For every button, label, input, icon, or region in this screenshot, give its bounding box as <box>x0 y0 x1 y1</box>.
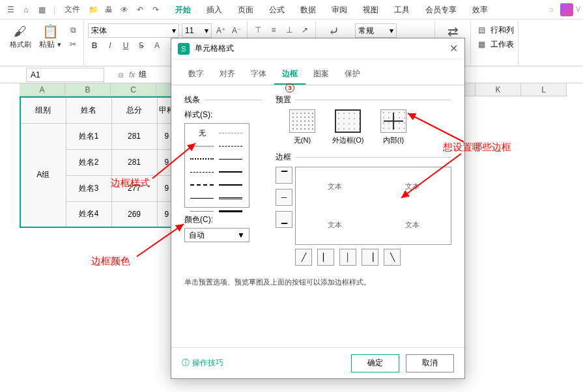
new-doc-icon[interactable]: ▦ <box>34 2 50 18</box>
cell: 姓名4 <box>66 201 111 227</box>
worksheet-icon[interactable]: ▦ <box>475 38 488 51</box>
dialog-title: 单元格格式 <box>195 43 234 54</box>
dialog-footer: ⓘ操作技巧 确定 取消 <box>171 347 464 378</box>
fx-icon[interactable]: fx <box>129 70 135 79</box>
search-icon[interactable]: ○ <box>545 3 558 16</box>
tips-link[interactable]: ⓘ操作技巧 <box>182 357 223 369</box>
number-format-select[interactable]: 常规▾ <box>355 23 397 38</box>
style-opt[interactable] <box>216 139 245 152</box>
preview-icon[interactable]: 👁 <box>117 2 132 18</box>
strike-icon[interactable]: S̶ <box>135 39 148 52</box>
border-vmiddle-button[interactable]: │ <box>339 249 356 266</box>
orientation-icon[interactable]: ↗ <box>298 23 311 36</box>
italic-icon[interactable]: I <box>104 39 117 52</box>
menu-efficiency[interactable]: 效率 <box>464 0 496 20</box>
style-opt[interactable] <box>216 165 245 178</box>
data-table[interactable]: 组别 姓名 总分 甲种 A组姓名12819 姓名22819 姓名32779 姓名… <box>20 96 177 228</box>
file-menu[interactable]: 文件 <box>59 4 85 15</box>
border-preview[interactable]: 文本文本 文本文本 <box>295 167 451 245</box>
style-opt[interactable] <box>188 152 216 165</box>
menu-vip[interactable]: 会员专享 <box>418 0 464 20</box>
increase-font-icon[interactable]: A⁺ <box>214 24 227 37</box>
formula-input[interactable]: 组 <box>139 69 147 80</box>
border-hmiddle-button[interactable]: ─ <box>276 189 292 206</box>
decrease-font-icon[interactable]: A⁻ <box>230 24 243 37</box>
font-name-select[interactable]: 宋体▾ <box>88 23 179 38</box>
tab-number[interactable]: 数字 <box>180 64 212 85</box>
preset-inner[interactable]: 内部(I) <box>377 109 410 145</box>
col-K[interactable]: K <box>476 83 521 96</box>
preset-none[interactable]: 无(N) <box>286 109 319 145</box>
border-bottom-button[interactable]: ▁ <box>276 211 292 228</box>
tab-pattern[interactable]: 图案 <box>306 64 337 85</box>
style-opt[interactable] <box>216 152 245 165</box>
cell: 组别 <box>20 97 66 123</box>
style-opt[interactable] <box>188 178 216 191</box>
tab-protect[interactable]: 保护 <box>337 64 368 85</box>
style-opt[interactable] <box>188 191 216 204</box>
menu-data[interactable]: 数据 <box>292 0 324 20</box>
tab-align[interactable]: 对齐 <box>212 64 243 85</box>
undo-icon[interactable]: ↶ <box>132 2 148 18</box>
border-top-button[interactable]: ▔ <box>276 167 292 184</box>
ok-button[interactable]: 确定 <box>351 354 399 372</box>
ai-icon[interactable] <box>560 3 573 16</box>
menu-insert[interactable]: 插入 <box>199 0 230 20</box>
convert-icon: ⇄ <box>448 23 459 39</box>
border-diag2-button[interactable]: ╲ <box>384 249 401 266</box>
open-icon[interactable]: 📁 <box>85 2 101 18</box>
cell: 姓名3 <box>66 175 111 201</box>
border-left-button[interactable]: ▏ <box>317 249 334 266</box>
style-opt[interactable] <box>216 126 245 139</box>
tab-font[interactable]: 字体 <box>243 64 274 85</box>
border-diag1-button[interactable]: ╱ <box>295 249 312 266</box>
format-painter[interactable]: 🖌 格式刷 <box>7 23 34 49</box>
font-color-icon[interactable]: A <box>150 39 164 52</box>
underline-icon[interactable]: U <box>119 39 132 52</box>
menu-tools[interactable]: 工具 <box>386 0 418 20</box>
home-icon[interactable]: ⌂ <box>18 2 34 18</box>
titlebar: ☰ ⌂ ▦ | 文件 📁 🖶 👁 ↶ ↷ 开始 插入 页面 公式 数据 审阅 视… <box>0 0 583 20</box>
rows-cols-label[interactable]: 行和列 <box>491 25 514 36</box>
rows-cols-icon[interactable]: ▤ <box>475 23 488 36</box>
lightbulb-icon: ⓘ <box>182 357 190 369</box>
col-L[interactable]: L <box>521 83 567 96</box>
cut-icon[interactable]: ✂ <box>66 38 79 51</box>
bold-icon[interactable]: B <box>88 39 101 52</box>
menu-review[interactable]: 审阅 <box>324 0 355 20</box>
style-opt[interactable] <box>216 191 245 204</box>
style-opt[interactable] <box>188 139 216 152</box>
align-bottom-icon[interactable]: ⊥ <box>283 23 296 36</box>
ai-label: V <box>576 6 580 13</box>
copy-icon[interactable]: ⧉ <box>66 23 79 36</box>
border-right-button[interactable]: ▕ <box>362 249 378 266</box>
menu-view[interactable]: 视图 <box>355 0 386 20</box>
style-none[interactable]: 无 <box>199 128 206 138</box>
color-picker[interactable]: 自动▼ <box>184 228 249 242</box>
col-A[interactable]: A <box>20 83 65 96</box>
cell: 277 <box>111 175 157 201</box>
col-B[interactable]: B <box>65 83 111 96</box>
print-icon[interactable]: 🖶 <box>101 2 117 18</box>
fx-cancel-icon[interactable]: ⦻ <box>117 70 125 79</box>
paste-button[interactable]: 📋 粘贴 ▾ <box>36 22 64 50</box>
line-style-picker[interactable]: 无 <box>184 123 249 208</box>
menu-formula[interactable]: 公式 <box>261 0 292 20</box>
worksheet-label[interactable]: 工作表 <box>491 39 514 50</box>
preset-outer[interactable]: 外边框(O) <box>332 109 364 145</box>
style-opt[interactable] <box>216 204 245 217</box>
style-opt[interactable] <box>216 178 245 191</box>
menu-start[interactable]: 开始 <box>167 0 199 20</box>
font-size-select[interactable]: 11▾ <box>182 23 212 38</box>
name-box[interactable]: A1 <box>26 68 104 82</box>
menu-page[interactable]: 页面 <box>230 0 261 20</box>
cancel-button[interactable]: 取消 <box>406 354 454 372</box>
close-icon[interactable]: ✕ <box>449 42 458 55</box>
align-top-icon[interactable]: ⊤ <box>251 23 264 36</box>
redo-icon[interactable]: ↷ <box>148 2 164 18</box>
align-middle-icon[interactable]: ≡ <box>267 23 280 36</box>
app-menu-icon[interactable]: ☰ <box>3 2 18 18</box>
col-C[interactable]: C <box>111 83 156 96</box>
style-opt[interactable] <box>188 165 216 178</box>
tab-border[interactable]: 边框3 <box>274 64 306 85</box>
